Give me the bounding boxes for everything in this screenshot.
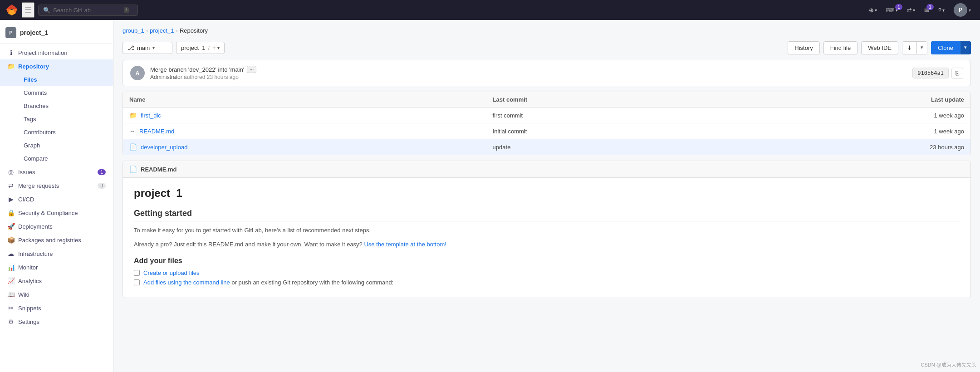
sidebar-label-issues: Issues: [18, 169, 35, 176]
plus-icon: ⊕: [869, 7, 874, 14]
sidebar-item-analytics[interactable]: 📈 Analytics: [0, 274, 113, 288]
time-developer: 23 hours ago: [729, 139, 970, 155]
download-arrow[interactable]: ▾: [916, 42, 927, 54]
clone-arrow[interactable]: ▾: [960, 41, 971, 54]
sidebar-item-merge-requests[interactable]: ⇄ Merge requests 0: [0, 179, 113, 192]
copy-hash-button[interactable]: ⎘: [951, 68, 963, 79]
packages-icon: 📦: [7, 236, 15, 244]
sidebar-item-deployments[interactable]: 🚀 Deployments: [0, 220, 113, 233]
table-row: 📄 developer_upload update 23 hours ago: [123, 139, 970, 155]
merge-icon: ⇄: [907, 7, 912, 14]
find-file-button[interactable]: Find file: [823, 41, 858, 54]
watermark: CSDN @成为大佬先先头: [921, 362, 976, 368]
activity-icon: ⌨: [886, 7, 895, 14]
commit-meta: Administrator authored 23 hours ago: [150, 74, 907, 80]
analytics-icon: 📈: [7, 277, 15, 284]
activity-button[interactable]: ⌨ 1 ▾: [882, 5, 902, 15]
search-input[interactable]: [53, 7, 121, 14]
file-name-cell: ↔ README.md: [123, 123, 486, 139]
breadcrumb-sep-2: ›: [176, 27, 178, 34]
sidebar: P project_1 ℹ Project information 📁 Repo…: [0, 20, 113, 372]
sidebar-item-files[interactable]: Files: [0, 73, 113, 86]
help-button[interactable]: ? ▾: [935, 5, 948, 15]
sidebar-item-compare[interactable]: Compare: [0, 152, 113, 165]
merge-icon-btn[interactable]: ⇄ ▾: [903, 5, 919, 15]
path-nav: project_1 / + ▾: [176, 42, 225, 54]
search-box[interactable]: 🔍 /: [38, 5, 138, 16]
sidebar-item-tags[interactable]: Tags: [0, 113, 113, 126]
commit-message-text: Merge branch 'dev_2022' into 'main': [150, 66, 244, 73]
info-icon: ℹ: [7, 49, 15, 56]
sidebar-label-cicd: CI/CD: [18, 196, 34, 203]
sidebar-item-settings[interactable]: ⚙ Settings: [0, 315, 113, 328]
activity-badge: 1: [895, 4, 902, 10]
snippets-icon: ✂: [7, 304, 15, 312]
sidebar-label-commits: Commits: [24, 89, 47, 96]
command-line-link[interactable]: Add files using the command line: [143, 279, 230, 286]
breadcrumb: group_1 › project_1 › Repository: [122, 27, 971, 34]
sidebar-item-contributors[interactable]: Contributors: [0, 126, 113, 139]
sidebar-item-infrastructure[interactable]: ☁ Infrastructure: [0, 247, 113, 260]
add-file-button[interactable]: + ▾: [212, 44, 220, 51]
breadcrumb-group[interactable]: group_1: [122, 27, 144, 34]
breadcrumb-sep-1: ›: [146, 27, 148, 34]
commit-time: 23 hours ago: [207, 74, 239, 80]
commit-msg-first-dic: first commit: [486, 108, 729, 123]
sidebar-label-merge-requests: Merge requests: [18, 182, 59, 189]
sidebar-item-branches[interactable]: Branches: [0, 99, 113, 113]
checkbox-1[interactable]: [134, 270, 140, 276]
plus-icon-2: +: [212, 44, 216, 51]
clone-main[interactable]: Clone: [931, 41, 960, 54]
readme-p2-prefix: Already a pro? Just edit this README.md …: [134, 241, 363, 248]
issues-badge: 1: [98, 169, 106, 175]
nav-icons: ⊕ ▾ ⌨ 1 ▾ ⇄ ▾ ✉ 1 ? ▾ P ▾: [865, 1, 975, 19]
sidebar-label-graph: Graph: [24, 142, 40, 149]
sidebar-item-commits[interactable]: Commits: [0, 86, 113, 99]
branch-selector[interactable]: ⎇ main ▾: [122, 42, 172, 54]
col-last-update: Last update: [729, 92, 970, 108]
mail-button[interactable]: ✉ 1: [921, 5, 933, 15]
create-button[interactable]: ⊕ ▾: [865, 5, 881, 15]
deployments-icon: 🚀: [7, 223, 15, 230]
download-main[interactable]: ⬇: [902, 42, 916, 54]
sidebar-item-issues[interactable]: ◎ Issues 1: [0, 165, 113, 179]
file-name-cell: 📁 first_dic: [123, 108, 486, 123]
wiki-icon: 📖: [7, 291, 15, 298]
sidebar-label-packages: Packages and registries: [18, 237, 81, 244]
sidebar-item-wiki[interactable]: 📖 Wiki: [0, 288, 113, 301]
user-menu-button[interactable]: P ▾: [950, 1, 975, 19]
readme-template-link[interactable]: Use the template at the bottom!: [364, 241, 446, 248]
chevron-down-icon: ▾: [875, 8, 877, 13]
sidebar-item-repository[interactable]: 📁 Repository: [0, 59, 113, 73]
clone-button: Clone ▾: [931, 41, 971, 54]
file-link-developer-upload[interactable]: developer_upload: [141, 144, 187, 151]
user-avatar: P: [954, 3, 967, 17]
sidebar-item-snippets[interactable]: ✂ Snippets: [0, 301, 113, 315]
sidebar-label-files: Files: [24, 76, 37, 83]
sidebar-label-compare: Compare: [24, 155, 48, 162]
sidebar-item-cicd[interactable]: ▶ CI/CD: [0, 192, 113, 206]
sidebar-label-analytics: Analytics: [18, 278, 42, 284]
commit-more-button[interactable]: ···: [247, 66, 256, 73]
sidebar-item-monitor[interactable]: 📊 Monitor: [0, 260, 113, 274]
sidebar-label-project-information: Project information: [18, 49, 67, 56]
sidebar-item-project-information[interactable]: ℹ Project information: [0, 46, 113, 59]
sidebar-label-snippets: Snippets: [18, 305, 41, 312]
hamburger-menu[interactable]: ☰: [22, 2, 34, 18]
sidebar-item-packages[interactable]: 📦 Packages and registries: [0, 233, 113, 247]
security-icon: 🔒: [7, 209, 15, 216]
col-last-commit: Last commit: [486, 92, 729, 108]
checklist-link-1[interactable]: Create or upload files: [143, 269, 200, 276]
sidebar-item-graph[interactable]: Graph: [0, 139, 113, 152]
readme-file-icon: 📄: [129, 166, 137, 173]
chevron-down-icon-5: ▾: [969, 8, 971, 13]
history-button[interactable]: History: [788, 41, 819, 54]
breadcrumb-project[interactable]: project_1: [150, 27, 174, 34]
web-ide-button[interactable]: Web IDE: [861, 41, 898, 54]
file-link-readme[interactable]: README.md: [139, 128, 174, 135]
time-first-dic: 1 week ago: [729, 108, 970, 123]
file-link-first-dic[interactable]: first_dic: [141, 112, 161, 119]
sidebar-item-security[interactable]: 🔒 Security & Compliance: [0, 206, 113, 220]
sidebar-label-deployments: Deployments: [18, 223, 53, 230]
checkbox-2[interactable]: [134, 279, 140, 285]
